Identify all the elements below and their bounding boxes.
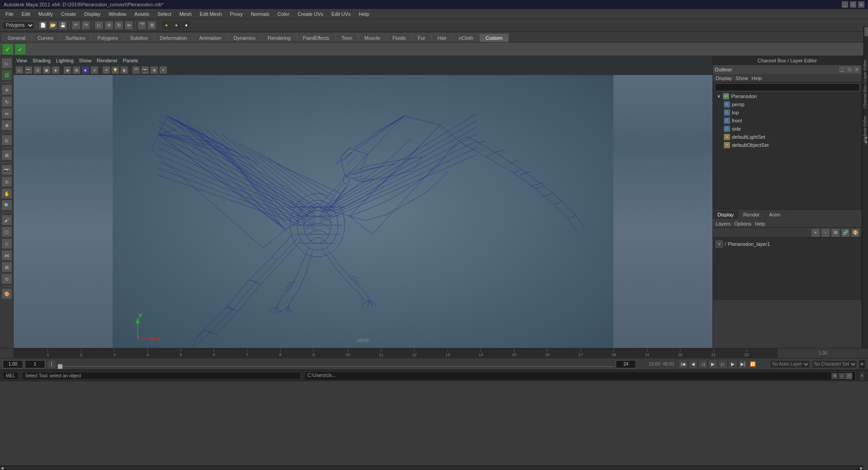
menu-item-proxy[interactable]: Proxy — [226, 10, 246, 18]
outliner-menu-display[interactable]: Display — [716, 75, 732, 81]
redo-button[interactable]: ↷ — [81, 21, 90, 30]
outliner-menu-show[interactable]: Show — [736, 75, 748, 81]
outliner-item-pteranodon[interactable]: ▼ M Pteranodon — [715, 92, 860, 100]
layer-menu-layers[interactable]: Layers — [716, 221, 731, 226]
pb-loop-btn[interactable]: 🔁 — [748, 360, 757, 369]
extrude-btn[interactable]: ⬡ — [1, 226, 12, 237]
viewport-container[interactable]: View Shading Lighting Show Renderer Pane… — [14, 56, 712, 348]
pb-start-field[interactable] — [3, 360, 23, 368]
vt-extra-btn[interactable]: ≡ — [159, 66, 167, 74]
pb-anim-layer-select[interactable]: No Anim Layer — [770, 360, 810, 368]
vt-blue-btn[interactable]: ■ — [81, 66, 90, 74]
light-button-2[interactable]: ● — [172, 21, 181, 30]
pb-goto-end-btn[interactable]: ▶| — [738, 360, 747, 369]
cmd-icon-2[interactable]: □ — [839, 373, 845, 379]
vt-camera-btn[interactable]: 📷 — [24, 66, 33, 74]
pan-btn[interactable]: ✋ — [1, 188, 12, 199]
pb-prev-frame-btn[interactable]: ◀ — [689, 360, 698, 369]
menu-item-assets[interactable]: Assets — [131, 10, 153, 18]
lasso-select-btn[interactable]: ⊡ — [1, 70, 12, 80]
shelf-tab-deformation[interactable]: Deformation — [154, 33, 193, 42]
shelf-tab-general[interactable]: General — [2, 33, 31, 42]
outliner-item-front[interactable]: C front — [715, 117, 860, 125]
outliner-search-input[interactable] — [715, 83, 860, 91]
vt-smooth-btn[interactable]: ▣ — [42, 66, 51, 74]
rotate-tool[interactable]: ↻ — [114, 21, 123, 30]
shelf-tab-ncloth[interactable]: nCloth — [453, 33, 479, 42]
undo-button[interactable]: ↶ — [71, 21, 80, 30]
outliner-maximize-btn[interactable]: □ — [846, 66, 853, 73]
paint-btn[interactable]: 🖌 — [1, 215, 12, 226]
open-scene-button[interactable]: 📂 — [48, 21, 57, 30]
viewport-menu-lighting[interactable]: Lighting — [56, 58, 74, 63]
layer-visibility-btn[interactable]: V — [716, 240, 723, 248]
layer-new-btn[interactable]: + — [811, 228, 820, 237]
menu-item-color[interactable]: Color — [274, 10, 293, 18]
move-tool[interactable]: ✛ — [104, 21, 113, 30]
vt-render2-btn[interactable]: 📷 — [141, 66, 149, 74]
menu-item-create[interactable]: Create — [57, 10, 80, 18]
outliner-close-btn[interactable]: × — [854, 66, 860, 73]
menu-item-modify[interactable]: Modify — [35, 10, 57, 18]
new-scene-button[interactable]: 📄 — [38, 21, 47, 30]
shelf-tab-subdivs[interactable]: Subdivs — [124, 33, 154, 42]
rss-label-attributeeditor[interactable]: Attribute Editor — [862, 112, 868, 146]
viewport[interactable]: View Shading Lighting Show Renderer Pane… — [14, 56, 712, 348]
shelf-tab-toon[interactable]: Toon — [335, 33, 358, 42]
outliner-item-defaultobjectset[interactable]: S defaultObjectSet — [715, 141, 860, 149]
maximize-button[interactable]: □ — [850, 1, 856, 8]
rotate-tool-btn[interactable]: ↻ — [1, 96, 12, 107]
layer-color-btn[interactable]: 🎨 — [851, 228, 860, 237]
timeline-bar[interactable] — [58, 366, 614, 367]
pb-marker-btn[interactable]: | — [47, 360, 56, 369]
bevel-btn[interactable]: ◇ — [1, 238, 12, 249]
menu-item-edit uvs[interactable]: Edit UVs — [328, 10, 354, 18]
menu-item-edit mesh[interactable]: Edit Mesh — [196, 10, 226, 18]
soft-select-btn[interactable]: ◎ — [1, 135, 12, 146]
shelf-tab-polygons[interactable]: Polygons — [91, 33, 123, 42]
timeline-playhead[interactable] — [58, 364, 62, 369]
minimize-button[interactable]: _ — [842, 1, 848, 8]
layer-tab-display[interactable]: Display — [713, 211, 739, 219]
status-extra-btn[interactable]: ≡ — [859, 371, 865, 381]
menu-item-mesh[interactable]: Mesh — [176, 10, 195, 18]
select-tool-btn[interactable]: ▷ — [1, 58, 12, 69]
light-button-3[interactable]: ● — [182, 21, 191, 30]
zoom-btn[interactable]: 🔍 — [1, 200, 12, 211]
shelf-tab-fur[interactable]: Fur — [412, 33, 431, 42]
select-tool[interactable]: ▷ — [94, 21, 104, 30]
append-btn[interactable]: ⊞ — [1, 262, 12, 273]
merge-btn[interactable]: ⊙ — [1, 273, 12, 284]
cmd-icon-1[interactable]: ⊞ — [831, 373, 838, 379]
render-view-btn[interactable]: 🎨 — [1, 288, 12, 299]
outliner-item-defaultlightset[interactable]: S defaultLightSet — [715, 133, 860, 141]
render-button[interactable]: 🎬 — [137, 21, 146, 30]
pb-char-set-select[interactable]: No Character Set — [812, 360, 857, 368]
vt-shadow-btn[interactable]: ◐ — [120, 66, 128, 74]
menu-item-normals[interactable]: Normals — [247, 10, 273, 18]
outliner-minimize-btn[interactable]: _ — [839, 66, 845, 73]
shelf-tab-painteffects[interactable]: PaintEffects — [297, 33, 335, 42]
orbit-btn[interactable]: ⊙ — [1, 176, 12, 187]
light-button-1[interactable]: ● — [162, 21, 171, 30]
shelf-tab-surfaces[interactable]: Surfaces — [60, 33, 91, 42]
vt-material-btn[interactable]: ◈ — [52, 66, 60, 74]
vt-grid-btn[interactable]: # — [90, 66, 99, 74]
command-line[interactable]: C:\Users\Us... ⊞ □ × — [304, 371, 855, 381]
layer-tab-anim[interactable]: Anim — [764, 211, 785, 219]
show-manip-btn[interactable]: ⊞ — [1, 150, 12, 160]
menu-item-create uvs[interactable]: Create UVs — [294, 10, 327, 18]
layer-link-btn[interactable]: 🔗 — [841, 228, 850, 237]
vt-select-btn[interactable]: ▷ — [15, 66, 24, 74]
pb-play-btn[interactable]: ▶ — [708, 360, 717, 369]
bridge-btn[interactable]: ⋈ — [1, 250, 12, 261]
menu-item-select[interactable]: Select — [154, 10, 175, 18]
layer-tab-render[interactable]: Render — [739, 211, 764, 219]
shelf-tab-fluids[interactable]: Fluids — [387, 33, 411, 42]
shelf-check-2[interactable]: ✓ — [14, 43, 26, 55]
vt-hud-btn[interactable]: ⊕ — [150, 66, 158, 74]
viewport-menu-show[interactable]: Show — [79, 58, 92, 63]
shelf-tab-rendering[interactable]: Rendering — [262, 33, 297, 42]
close-button[interactable]: × — [858, 1, 864, 8]
menu-item-display[interactable]: Display — [80, 10, 104, 18]
